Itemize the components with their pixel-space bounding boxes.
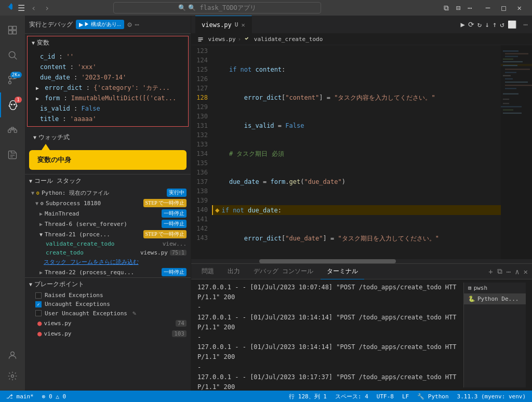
debug-up-icon[interactable]: ↑ [493, 20, 497, 29]
user-uncaught-item[interactable]: User Uncaught Exceptions ✎ [25, 309, 191, 318]
errors-warnings[interactable]: ⊗ 0 △ 0 [40, 393, 68, 400]
status-left: ⎇ main* ⊗ 0 △ 0 [4, 393, 68, 400]
tooltip-text: 変数の中身 [37, 156, 71, 164]
expand-icon: ▶ [39, 270, 43, 275]
code-line: due_date = form.get("due_date") [212, 177, 501, 186]
callstack-subitem[interactable]: create_todo views.py 75:1 [25, 248, 191, 257]
sidebar: 実行とデバッグ ▶ ▶ 構成があり... ⚙ ⋯ ▼ 変数 c_id : '' [25, 16, 191, 391]
breadcrumb-func[interactable]: validate_create_todo [243, 36, 323, 43]
language-indicator[interactable]: 🔧 Python [415, 393, 450, 400]
callstack-item[interactable]: ▼ ⚙ Python: 現在のファイル 実行中 [25, 187, 191, 198]
svg-rect-23 [501, 45, 532, 259]
git-branch[interactable]: ⎇ main* [4, 393, 36, 400]
split-terminal-icon[interactable]: ⧉ [497, 267, 502, 276]
callstack-item[interactable]: ▼ ⚙ Subprocess 18180 STEP で一時停止 [25, 198, 191, 208]
more-editor-icon[interactable]: ⋯ [524, 20, 528, 29]
terminal-tab[interactable]: ターミナル [321, 264, 364, 279]
breadcrumb-file[interactable]: views.py [197, 36, 236, 43]
code-line-active: ◆if not due_date: [212, 205, 501, 215]
more-panel-icon[interactable]: ⋯ [507, 267, 511, 276]
search-activity-icon[interactable] [0, 43, 25, 68]
chevron-up-icon[interactable]: ∧ [515, 267, 519, 276]
cs-name: Thread-22 (process_requ... [45, 269, 159, 276]
svg-rect-28 [503, 61, 523, 62]
nav-forward[interactable]: › [43, 3, 52, 13]
list-item[interactable]: ▶ form : ImmutableMultiDict([('cat... [28, 93, 188, 103]
code-editor[interactable]: 123 124 125 126 127 128 129 130 131 132 … [191, 45, 532, 263]
run-icon[interactable]: ▶ [460, 20, 464, 29]
raised-checkbox[interactable] [35, 292, 42, 299]
views-py-tab[interactable]: views.py U ✕ [195, 16, 252, 34]
split-editor-icon[interactable]: ⧉ [441, 2, 452, 15]
uncaught-label: Uncaught Exceptions [45, 301, 110, 307]
bp-file-item[interactable]: ● views.py 74 [25, 318, 191, 328]
code-lines[interactable]: if not content: error_dict["content"] = … [212, 45, 501, 259]
test-icon[interactable] [0, 142, 25, 167]
variables-header[interactable]: ▼ 変数 [28, 36, 188, 49]
terminal-line: 127.0.0.1 - - [01/Jul/2023 10:17:37] "PO… [197, 372, 459, 391]
gear-icon[interactable]: ⚙ [127, 20, 131, 29]
py-icon: ⚙ [36, 190, 39, 196]
debug-run-button[interactable]: ▶ ▶ 構成があり... [76, 20, 124, 29]
maximize-button[interactable]: □ [496, 2, 511, 15]
terminal-line: 127.0.0.1 - - [01/Jul/2023 10:14:14] "PO… [197, 342, 459, 372]
add-terminal-icon[interactable]: + [488, 267, 493, 276]
close-panel-icon[interactable]: ✕ [524, 267, 528, 276]
terminal[interactable]: 127.0.0.1 - - [01/Jul/2023 10:07:48] "PO… [191, 279, 532, 391]
tab-close-icon[interactable]: ✕ [241, 21, 245, 29]
encoding-indicator[interactable]: UTF-8 [375, 393, 396, 400]
cs-badge: 実行中 [167, 189, 187, 197]
line-col-indicator[interactable]: 行 128、列 1 [287, 393, 329, 400]
line-numbers: 123 124 125 126 127 128 129 130 131 132 … [191, 45, 212, 259]
more-icon[interactable]: ⋯ [464, 2, 475, 15]
uncaught-exceptions-item[interactable]: ✓ Uncaught Exceptions [25, 300, 191, 309]
settings-icon[interactable] [0, 366, 25, 386]
callstack-subitem[interactable]: validate_create_todo view... [25, 239, 191, 248]
bp-file-item[interactable]: ● views.py 103 [25, 328, 191, 339]
titlebar: ☰ ‹ › 🔍 🔍 flask_TODOアプリ ⧉ ⊟ ⋯ ─ □ ✕ [0, 0, 532, 16]
menu-icon[interactable]: ☰ [18, 3, 25, 13]
callstack-item[interactable]: ▶ Thread-6 (serve_forever) 一時停止 [25, 219, 191, 229]
callstack-header[interactable]: ▼ コール スタック [25, 175, 191, 187]
python-terminal-item[interactable]: 🐍 Python De... [464, 293, 526, 304]
code-content[interactable]: 123 124 125 126 127 128 129 130 131 132 … [191, 45, 532, 259]
explorer-icon[interactable] [0, 18, 25, 43]
debug-step-over-icon[interactable]: ⟳ [468, 20, 474, 29]
search-bar[interactable]: 🔍 🔍 flask_TODOアプリ [113, 2, 321, 14]
svg-rect-38 [503, 93, 518, 95]
load-more-frames-link[interactable]: スタック フレームをさらに読み込む [25, 257, 191, 267]
editor-scrollbar[interactable] [191, 259, 532, 263]
nav-back[interactable]: ‹ [29, 3, 38, 13]
debug-restart-icon[interactable]: ↺ [500, 20, 504, 29]
output-tab[interactable]: 出力 [221, 264, 246, 279]
debug-step-icon[interactable]: ↻ [477, 20, 482, 29]
layout-icon[interactable]: ⊟ [453, 2, 463, 15]
user-uncaught-checkbox[interactable] [35, 310, 42, 316]
minimize-button[interactable]: ─ [481, 2, 495, 15]
account-icon[interactable] [0, 345, 25, 366]
problems-tab[interactable]: 問題 [195, 264, 220, 279]
extensions-icon[interactable] [0, 117, 25, 142]
list-item[interactable]: ▶ error_dict : {'category': 'カテ... [28, 83, 188, 93]
debug-console-tab[interactable]: デバッグ コンソール [247, 264, 320, 279]
eol-indicator[interactable]: LF [400, 393, 411, 400]
spaces-indicator[interactable]: スペース: 4 [333, 393, 370, 400]
breakpoints-header[interactable]: ▼ ブレークポイント [25, 278, 191, 291]
watch-header[interactable]: ▼ ウォッチ式 [29, 131, 187, 144]
code-line: error_dict["due_date"] = "タスク期日を入力してください… [212, 234, 501, 243]
callstack-item[interactable]: ▶ MainThread 一時停止 [25, 208, 191, 219]
edit-icon[interactable]: ✎ [132, 310, 136, 317]
close-button[interactable]: ✕ [512, 2, 527, 15]
debug-stop-icon[interactable]: ⬜ [508, 20, 516, 29]
callstack-item[interactable]: ▶ Thread-22 (process_requ... 一時停止 [25, 267, 191, 277]
uncaught-checkbox[interactable]: ✓ [35, 301, 42, 307]
code-line: is_valid = False [212, 121, 501, 130]
raised-exceptions-item[interactable]: Raised Exceptions [25, 291, 191, 300]
pwsh-terminal-item[interactable]: ⊞ pwsh [464, 283, 526, 293]
more-options-icon[interactable]: ⋯ [135, 20, 139, 29]
python-version[interactable]: 3.11.3 (myenv: venv) [455, 393, 528, 400]
callstack-item[interactable]: ▼ Thread-21 (proce... STEP で一時停止 [25, 229, 191, 239]
debug-down-icon[interactable]: ↓ [485, 20, 489, 29]
debug-activity-icon[interactable]: 1 [0, 92, 25, 117]
source-control-icon[interactable]: 2K+ [0, 68, 25, 92]
